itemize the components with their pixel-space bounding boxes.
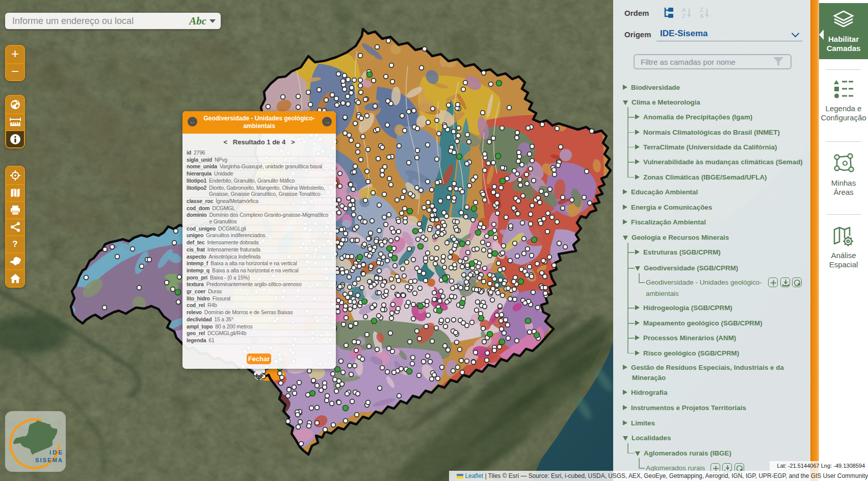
svg-text:Z: Z xyxy=(682,13,686,19)
svg-text:A: A xyxy=(700,13,704,19)
svg-text:A: A xyxy=(682,7,686,13)
svg-text:Z: Z xyxy=(700,7,703,13)
